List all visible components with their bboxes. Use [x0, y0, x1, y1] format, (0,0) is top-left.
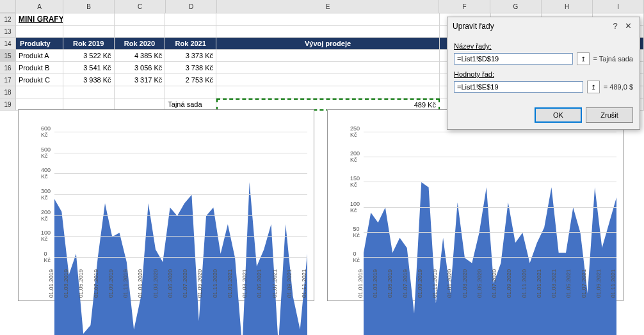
cell[interactable] — [216, 50, 440, 62]
col-header-E[interactable]: E — [217, 0, 439, 13]
cell[interactable] — [16, 86, 63, 98]
cell[interactable] — [216, 62, 440, 74]
x-tick: 01.07.2021 — [271, 269, 278, 298]
cell[interactable] — [165, 13, 216, 26]
x-tick: 01.01.2021 — [227, 269, 233, 298]
x-tick: 01.11.2020 — [212, 269, 218, 298]
chart-left[interactable]: 0 Kč100 Kč200 Kč300 Kč400 Kč500 Kč600 Kč… — [18, 109, 314, 301]
series-name-label: Název řady: — [454, 42, 633, 50]
table-header[interactable]: Rok 2020 — [115, 38, 166, 50]
x-tick: 01.03.2019 — [63, 269, 69, 298]
col-header-C[interactable]: C — [115, 0, 166, 13]
edit-series-dialog: Upravit řady ? ✕ Název řady: =List1!$D$1… — [447, 17, 640, 130]
cell[interactable]: Produkt B — [16, 62, 63, 74]
col-header-F[interactable]: F — [439, 0, 490, 13]
cell[interactable] — [216, 13, 440, 26]
cell[interactable]: 4 385 Kč — [115, 50, 166, 62]
col-header-A[interactable]: A — [16, 0, 63, 13]
range-picker-icon[interactable]: ↥ — [577, 52, 590, 65]
cell[interactable]: 3 056 Kč — [115, 62, 166, 74]
cell[interactable] — [16, 26, 63, 38]
cell[interactable] — [115, 86, 166, 98]
range-picker-icon[interactable]: ↥ — [587, 81, 600, 93]
series-name-input[interactable]: =List1!$D$19 — [454, 53, 573, 65]
y-tick: 0 Kč — [353, 251, 360, 263]
col-header-D[interactable]: D — [166, 0, 217, 13]
cell[interactable]: 3 541 Kč — [63, 62, 115, 74]
row-header[interactable]: 15 — [0, 50, 16, 62]
x-tick: 01.03.2020 — [152, 269, 159, 298]
x-axis-labels: 01.01.201901.03.201901.05.201901.07.2019… — [54, 258, 307, 298]
cell[interactable] — [216, 26, 440, 38]
select-all-corner[interactable] — [0, 0, 16, 13]
chart-right[interactable]: Produkt C 0 Kč50 Kč100 Kč150 Kč200 Kč250… — [327, 109, 624, 301]
col-header-H[interactable]: H — [542, 0, 593, 13]
table-header[interactable]: Rok 2021 — [165, 38, 216, 50]
cell[interactable]: 3 373 Kč — [165, 50, 216, 62]
x-tick: 01.01.2021 — [536, 269, 542, 298]
cell[interactable] — [216, 86, 440, 98]
x-tick: 01.01.2019 — [48, 269, 54, 298]
x-tick: 01.07.2021 — [581, 269, 587, 298]
cell[interactable]: 3 938 Kč — [63, 74, 115, 86]
series-values-input[interactable]: =List1!$E$19 — [454, 81, 583, 93]
x-tick: 01.11.2019 — [122, 269, 129, 298]
column-header-row: A B C D E F G H I — [0, 0, 644, 13]
cell[interactable]: 3 738 Kč — [165, 62, 216, 74]
y-tick: 150 Kč — [350, 175, 360, 188]
cell[interactable] — [165, 26, 216, 38]
x-tick: 01.05.2019 — [77, 269, 84, 298]
row-header[interactable]: 17 — [0, 74, 16, 86]
x-tick: 01.09.2021 — [286, 269, 293, 298]
cell[interactable] — [115, 13, 166, 26]
y-tick: 200 Kč — [350, 150, 360, 163]
x-tick: 01.05.2021 — [256, 269, 262, 298]
cell[interactable]: 3 522 Kč — [63, 50, 115, 62]
x-tick: 01.07.2020 — [182, 269, 188, 298]
table-header[interactable]: Rok 2019 — [63, 38, 115, 50]
y-tick: 500 Kč — [41, 146, 51, 159]
col-header-B[interactable]: B — [63, 0, 115, 13]
col-header-G[interactable]: G — [490, 0, 542, 13]
row-header[interactable]: 16 — [0, 62, 16, 74]
cell[interactable] — [216, 74, 440, 86]
cell[interactable] — [115, 26, 166, 38]
cell[interactable]: Produkt C — [16, 74, 63, 86]
cell[interactable] — [165, 86, 216, 98]
ok-button[interactable]: OK — [535, 107, 582, 123]
table-header[interactable]: Vývoj prodeje — [216, 38, 440, 50]
x-tick: 01.01.2019 — [357, 269, 364, 298]
y-tick: 400 Kč — [41, 167, 51, 180]
row-header[interactable]: 13 — [0, 26, 16, 38]
row-header[interactable]: 12 — [0, 13, 16, 26]
cell[interactable]: Produkt A — [16, 50, 63, 62]
table-header[interactable]: Produkty — [16, 38, 63, 50]
cell[interactable]: 3 317 Kč — [115, 74, 166, 86]
y-tick: 100 Kč — [350, 201, 360, 214]
close-icon[interactable]: ✕ — [622, 21, 634, 31]
cell[interactable] — [63, 86, 115, 98]
area-series — [54, 132, 307, 335]
cancel-button[interactable]: Zrušit — [586, 107, 633, 123]
chart-plot-area: 0 Kč50 Kč100 Kč150 Kč200 Kč250 Kč — [364, 132, 616, 257]
cell[interactable] — [63, 26, 115, 38]
chart-plot-area: 0 Kč100 Kč200 Kč300 Kč400 Kč500 Kč600 Kč — [54, 132, 307, 257]
x-tick: 01.05.2019 — [387, 269, 393, 298]
x-tick: 01.09.2021 — [595, 269, 602, 298]
row-header[interactable]: 19 — [0, 98, 16, 111]
row-header[interactable]: 14 — [0, 38, 16, 50]
series-values-label: Hodnoty řad: — [454, 70, 633, 78]
x-tick: 01.07.2020 — [491, 269, 497, 298]
help-icon[interactable]: ? — [609, 21, 622, 31]
row-header[interactable]: 18 — [0, 86, 16, 98]
x-tick: 01.03.2019 — [372, 269, 378, 298]
x-tick: 01.03.2021 — [551, 269, 557, 298]
cell[interactable] — [63, 13, 115, 26]
cell[interactable]: 2 753 Kč — [165, 74, 216, 86]
y-tick: 250 Kč — [350, 125, 360, 138]
y-tick: 200 Kč — [41, 209, 51, 222]
x-tick: 01.03.2020 — [462, 269, 468, 298]
col-header-I[interactable]: I — [593, 0, 644, 13]
cell[interactable]: MINI GRAFY — [16, 13, 63, 26]
x-tick: 01.09.2020 — [197, 269, 203, 298]
